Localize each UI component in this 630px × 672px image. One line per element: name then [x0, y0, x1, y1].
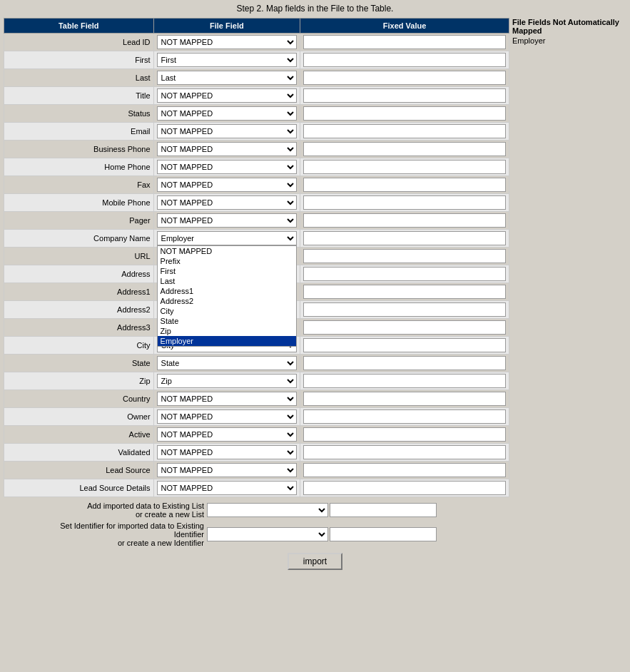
file-field-select[interactable]: NOT MAPPEDPrefixFirstLastAddress1Address… — [157, 88, 298, 103]
file-field-select[interactable]: NOT MAPPEDPrefixFirstLastAddress1Address… — [157, 231, 298, 245]
fixed-value-input[interactable] — [303, 53, 506, 67]
field-label: Validated — [4, 444, 154, 462]
file-field-cell: NOT MAPPEDPrefixFirstLastAddress1Address… — [153, 105, 300, 123]
fixed-value-input[interactable] — [303, 481, 506, 495]
fixed-value-cell — [300, 194, 509, 212]
table-row: ZipNOT MAPPEDPrefixFirstLastAddress1Addr… — [4, 372, 509, 390]
dropdown-item[interactable]: Address1 — [158, 286, 297, 296]
import-row: import — [4, 553, 626, 570]
table-row: FaxNOT MAPPEDPrefixFirstLastAddress1Addr… — [4, 176, 509, 194]
fixed-value-input[interactable] — [303, 409, 506, 424]
fixed-value-input[interactable] — [303, 124, 506, 138]
dropdown-item[interactable]: First — [158, 266, 297, 276]
fixed-value-input[interactable] — [303, 178, 506, 192]
dropdown-item[interactable]: Last — [158, 276, 297, 286]
fixed-value-input[interactable] — [303, 35, 506, 49]
fixed-value-input[interactable] — [303, 88, 506, 103]
list-select[interactable] — [207, 503, 328, 517]
file-field-select[interactable]: NOT MAPPEDPrefixFirstLastAddress1Address… — [157, 53, 298, 67]
file-field-select[interactable]: NOT MAPPEDPrefixFirstLastAddress1Address… — [157, 445, 298, 459]
fixed-value-cell — [300, 283, 509, 301]
file-field-select[interactable]: NOT MAPPEDPrefixFirstLastAddress1Address… — [157, 427, 298, 442]
file-field-select[interactable]: NOT MAPPEDPrefixFirstLastAddress1Address… — [157, 195, 298, 210]
file-field-select[interactable]: NOT MAPPEDPrefixFirstLastAddress1Address… — [157, 481, 298, 495]
file-field-select[interactable]: NOT MAPPEDPrefixFirstLastAddress1Address… — [157, 178, 298, 192]
field-label: Zip — [4, 372, 154, 390]
file-field-select[interactable]: NOT MAPPEDPrefixFirstLastAddress1Address… — [157, 213, 298, 228]
fixed-value-input[interactable] — [303, 445, 506, 459]
field-label: Active — [4, 426, 154, 444]
table-row: Lead SourceNOT MAPPEDPrefixFirstLastAddr… — [4, 462, 509, 479]
list-fixed-input[interactable] — [330, 503, 437, 517]
field-label: Address2 — [4, 301, 154, 319]
fixed-value-input[interactable] — [303, 427, 506, 442]
fixed-value-cell — [300, 212, 509, 230]
field-label: Fax — [4, 176, 154, 194]
field-label: Country — [4, 390, 154, 408]
dropdown-item[interactable]: City — [158, 306, 297, 316]
file-field-select[interactable]: NOT MAPPEDPrefixFirstLastAddress1Address… — [157, 35, 298, 49]
file-field-cell: NOT MAPPEDPrefixFirstLastAddress1Address… — [153, 34, 300, 51]
fixed-value-input[interactable] — [303, 392, 506, 406]
identifier-select[interactable] — [207, 527, 328, 541]
fixed-value-input[interactable] — [303, 302, 506, 317]
dropdown-item[interactable]: Prefix — [158, 256, 297, 266]
file-field-cell: NOT MAPPEDPrefixFirstLastAddress1Address… — [153, 158, 300, 176]
file-field-select[interactable]: NOT MAPPEDPrefixFirstLastAddress1Address… — [157, 124, 298, 138]
fixed-value-input[interactable] — [303, 320, 506, 335]
fixed-value-input[interactable] — [303, 160, 506, 174]
file-field-cell: NOT MAPPEDPrefixFirstLastAddress1Address… — [153, 176, 300, 194]
not-mapped-title: File Fields Not Automatically Mapped — [512, 18, 626, 35]
fixed-value-input[interactable] — [303, 71, 506, 85]
fixed-value-cell — [300, 69, 509, 87]
field-label: Email — [4, 123, 154, 141]
fixed-value-input[interactable] — [303, 249, 506, 263]
field-label: URL — [4, 248, 154, 265]
identifier-row: Set Identifier for imported data to Exis… — [4, 521, 626, 547]
fixed-value-input[interactable] — [303, 231, 506, 245]
dropdown-item[interactable]: NOT MAPPED — [158, 246, 297, 256]
fixed-value-input[interactable] — [303, 374, 506, 388]
table-row: Business PhoneNOT MAPPEDPrefixFirstLastA… — [4, 141, 509, 158]
col-table-field: Table Field — [4, 19, 154, 34]
import-button[interactable]: import — [288, 553, 342, 570]
file-field-cell: NOT MAPPEDPrefixFirstLastAddress1Address… — [153, 123, 300, 141]
file-field-select[interactable]: NOT MAPPEDPrefixFirstLastAddress1Address… — [157, 142, 298, 156]
fixed-value-input[interactable] — [303, 285, 506, 299]
step-title: Step 2. Map fields in the File to the Ta… — [4, 4, 626, 14]
file-field-select[interactable]: NOT MAPPEDPrefixFirstLastAddress1Address… — [157, 392, 298, 406]
fixed-value-input[interactable] — [303, 463, 506, 477]
file-field-select[interactable]: NOT MAPPEDPrefixFirstLastAddress1Address… — [157, 409, 298, 424]
file-field-cell: NOT MAPPEDPrefixFirstLastAddress1Address… — [153, 194, 300, 212]
file-field-select[interactable]: NOT MAPPEDPrefixFirstLastAddress1Address… — [157, 356, 298, 370]
fixed-value-input[interactable] — [303, 356, 506, 370]
file-field-select[interactable]: NOT MAPPEDPrefixFirstLastAddress1Address… — [157, 374, 298, 388]
col-file-field: File Field — [153, 19, 300, 34]
field-label: Status — [4, 105, 154, 123]
dropdown-item[interactable]: Zip — [158, 326, 297, 336]
file-field-select[interactable]: NOT MAPPEDPrefixFirstLastAddress1Address… — [157, 463, 298, 477]
dropdown-item[interactable]: State — [158, 316, 297, 326]
file-field-select[interactable]: NOT MAPPEDPrefixFirstLastAddress1Address… — [157, 106, 298, 121]
dropdown-item[interactable]: Address2 — [158, 296, 297, 306]
file-field-select[interactable]: NOT MAPPEDPrefixFirstLastAddress1Address… — [157, 71, 298, 85]
table-row: EmailNOT MAPPEDPrefixFirstLastAddress1Ad… — [4, 123, 509, 141]
page-wrapper: Step 2. Map fields in the File to the Ta… — [0, 0, 630, 574]
dropdown-item[interactable]: Employer — [158, 336, 297, 346]
fixed-value-input[interactable] — [303, 106, 506, 121]
fixed-value-input[interactable] — [303, 338, 506, 352]
file-field-cell: NOT MAPPEDPrefixFirstLastAddress1Address… — [153, 426, 300, 444]
table-row: ValidatedNOT MAPPEDPrefixFirstLastAddres… — [4, 444, 509, 462]
fixed-value-input[interactable] — [303, 213, 506, 228]
fixed-value-input[interactable] — [303, 142, 506, 156]
company-dropdown-list: NOT MAPPEDPrefixFirstLastAddress1Address… — [157, 245, 298, 347]
fixed-value-input[interactable] — [303, 267, 506, 281]
fixed-value-cell — [300, 372, 509, 390]
identifier-fixed-input[interactable] — [330, 527, 437, 541]
fixed-value-cell — [300, 337, 509, 355]
file-field-select[interactable]: NOT MAPPEDPrefixFirstLastAddress1Address… — [157, 160, 298, 174]
file-field-cell: NOT MAPPEDPrefixFirstLastAddress1Address… — [153, 444, 300, 462]
file-field-cell: NOT MAPPEDPrefixFirstLastAddress1Address… — [153, 212, 300, 230]
fixed-value-input[interactable] — [303, 195, 506, 210]
list-select-wrap — [207, 503, 437, 517]
